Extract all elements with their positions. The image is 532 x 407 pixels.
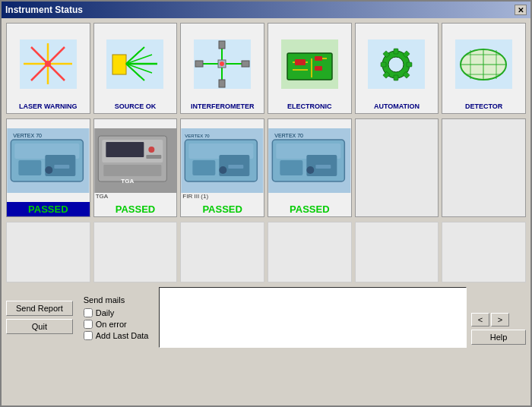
detector-label: DETECTOR	[465, 103, 502, 110]
message-area[interactable]	[159, 287, 467, 348]
svg-rect-75	[193, 160, 216, 175]
bottom-bar: Send Report Quit Send mails Daily On err…	[6, 287, 526, 348]
svg-point-39	[388, 57, 404, 72]
ftir1-image: VERTEX 70	[7, 119, 90, 202]
status-icons-row: LASER WARNING	[6, 23, 526, 114]
status-interferometer[interactable]: INTERFEROMETER	[180, 23, 264, 114]
source-ok-icon	[106, 39, 163, 89]
help-button[interactable]: Help	[471, 330, 526, 345]
send-report-button[interactable]: Send Report	[6, 301, 73, 316]
empty-row-cell-2	[93, 222, 178, 282]
instrument-status-window: Instrument Status ✕	[0, 0, 532, 407]
interferometer-label: INTERFEROMETER	[191, 103, 255, 110]
svg-point-85	[306, 166, 314, 174]
electronic-label: ELECTRONIC	[287, 103, 332, 110]
tga-status: PASSED	[94, 202, 177, 216]
svg-point-9	[45, 61, 51, 67]
svg-text:VERTEX 70: VERTEX 70	[185, 134, 211, 138]
svg-rect-40	[394, 49, 398, 54]
add-last-data-label: Add Last Data	[96, 331, 149, 340]
fir3-image: VERTEX 70	[181, 119, 264, 202]
electronic-icon-container	[270, 27, 350, 101]
svg-rect-35	[315, 56, 322, 61]
instruments-grid: VERTEX 70 PASSED	[6, 118, 526, 217]
nav-row: < >	[471, 313, 526, 327]
svg-rect-67	[103, 165, 161, 176]
status-electronic[interactable]: ELECTRONIC	[268, 23, 352, 114]
on-error-label: On error	[96, 320, 127, 329]
svg-text:VERTEX 70: VERTEX 70	[13, 133, 42, 138]
title-bar: Instrument Status ✕	[2, 2, 530, 18]
svg-point-77	[220, 166, 227, 174]
ftir2-svg: VERTEX 70	[268, 128, 351, 193]
status-detector[interactable]: DETECTOR	[442, 23, 526, 114]
nav-help-buttons: < > Help	[471, 287, 526, 348]
automation-icon-container	[357, 27, 437, 101]
automation-label: AUTOMATION	[374, 103, 420, 110]
instrument-empty2	[442, 118, 526, 217]
svg-rect-42	[381, 62, 386, 67]
quit-button[interactable]: Quit	[6, 319, 73, 334]
on-error-checkbox[interactable]	[84, 320, 93, 329]
laser-warning-label: LASER WARNING	[19, 103, 78, 110]
laser-warning-icon	[20, 39, 77, 89]
instrument-empty1	[355, 118, 439, 217]
nav-prev-button[interactable]: <	[471, 313, 489, 327]
svg-rect-25	[219, 80, 225, 87]
svg-rect-70	[146, 155, 161, 159]
interferometer-icon	[194, 39, 251, 89]
ftir2-status: PASSED	[268, 202, 351, 216]
ftir2-image: VERTEX 70	[268, 119, 351, 202]
status-source-ok[interactable]: SOURCE OK	[93, 23, 178, 114]
nav-next-button[interactable]: >	[491, 313, 509, 327]
svg-rect-29	[287, 53, 332, 80]
automation-icon	[368, 39, 425, 89]
instrument-ftir1[interactable]: VERTEX 70 PASSED	[6, 118, 90, 217]
instrument-fir3[interactable]: VERTEX 70 FIR III (1) PASSED	[180, 118, 264, 217]
svg-rect-23	[242, 61, 249, 67]
main-content: LASER WARNING	[2, 18, 530, 405]
svg-rect-34	[295, 59, 306, 65]
svg-rect-78	[229, 165, 244, 169]
close-button[interactable]: ✕	[515, 5, 527, 15]
electronic-icon	[281, 39, 338, 89]
laser-warning-icon-container	[8, 27, 88, 101]
svg-point-69	[148, 147, 154, 153]
svg-rect-22	[195, 61, 203, 67]
fir3-sub-label: FIR III (1)	[182, 193, 208, 200]
empty-row-cell-3	[180, 222, 264, 282]
svg-rect-59	[18, 160, 41, 175]
status-laser-warning[interactable]: LASER WARNING	[6, 23, 90, 114]
status-automation[interactable]: AUTOMATION	[355, 23, 439, 114]
svg-rect-83	[280, 160, 302, 175]
source-ok-icon-container	[96, 27, 176, 101]
fir3-svg: VERTEX 70	[181, 128, 264, 193]
svg-rect-43	[407, 62, 412, 67]
svg-text:TGA: TGA	[121, 178, 134, 185]
action-buttons: Send Report Quit	[6, 287, 73, 348]
svg-rect-24	[219, 41, 225, 49]
window-title: Instrument Status	[5, 5, 83, 15]
instrument-ftir2[interactable]: VERTEX 70 PASSED	[268, 118, 352, 217]
svg-rect-36	[315, 66, 322, 71]
tga-sub-label: TGA	[96, 193, 108, 200]
svg-point-27	[220, 62, 224, 66]
empty-row-cell-1	[6, 222, 90, 282]
add-last-data-row: Add Last Data	[84, 331, 149, 340]
fir3-status: PASSED	[181, 202, 264, 216]
empty-row-cell-4	[268, 222, 352, 282]
empty-row-cell-5	[355, 222, 439, 282]
ftir1-svg: VERTEX 70	[7, 128, 90, 193]
daily-row: Daily	[84, 308, 149, 317]
svg-rect-11	[112, 55, 126, 74]
instrument-tga[interactable]: TGA TGA PASSED	[93, 118, 178, 217]
tga-image: TGA	[94, 119, 177, 202]
svg-rect-62	[54, 165, 69, 169]
add-last-data-checkbox[interactable]	[84, 331, 93, 340]
on-error-row: On error	[84, 320, 149, 329]
ftir1-status: PASSED	[7, 202, 90, 216]
detector-icon-container	[444, 27, 524, 101]
send-mails-title: Send mails	[84, 295, 149, 304]
svg-point-61	[45, 166, 52, 174]
daily-checkbox[interactable]	[84, 308, 93, 317]
